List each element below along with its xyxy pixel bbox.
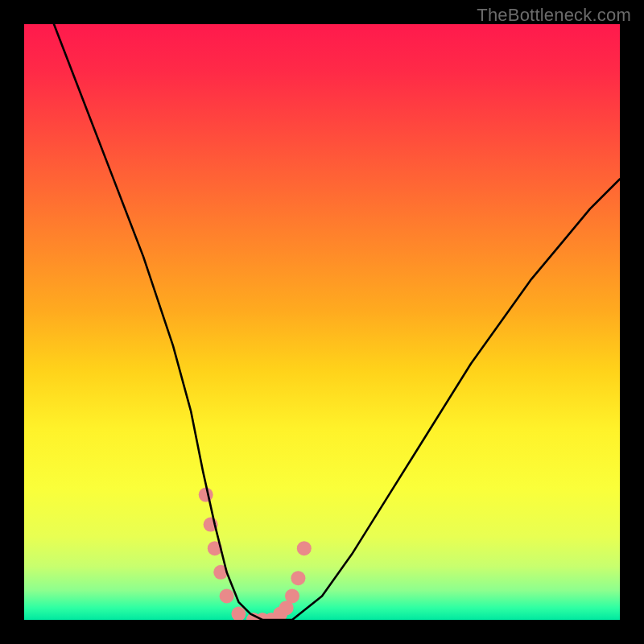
chart-svg	[24, 24, 620, 620]
watermark-label: TheBottleneck.com	[477, 5, 631, 26]
marker-point	[220, 588, 234, 603]
chart-frame: TheBottleneck.com	[0, 0, 644, 644]
marker-point	[297, 541, 312, 555]
marker-point	[199, 488, 213, 502]
curve-line	[54, 24, 620, 620]
marker-point	[285, 588, 299, 603]
markers-group	[199, 488, 312, 620]
plot-area	[24, 24, 620, 620]
marker-point	[291, 571, 305, 585]
marker-point	[231, 607, 246, 620]
